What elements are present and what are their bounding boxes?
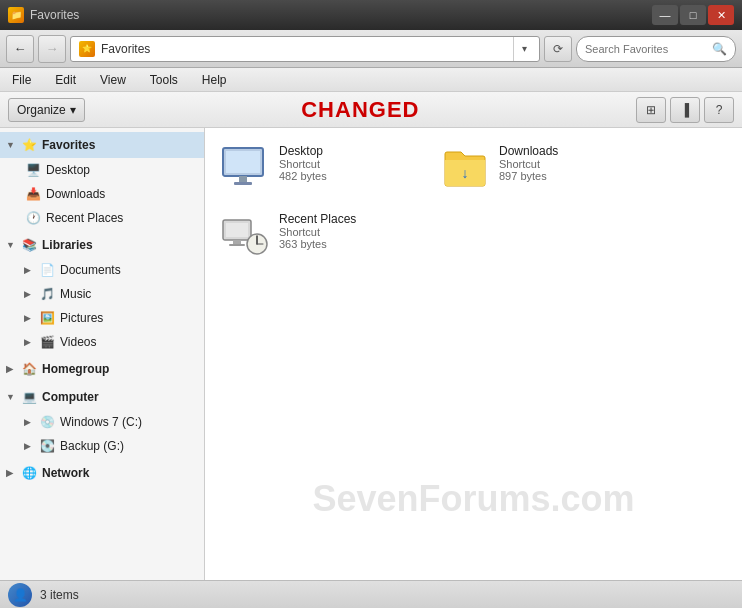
search-bar[interactable]: 🔍 <box>576 36 736 62</box>
user-avatar: 👤 <box>8 583 32 607</box>
nav-bar: ← → ⭐ Favorites ▾ ⟳ 🔍 <box>0 30 742 68</box>
window-controls: — □ ✕ <box>652 5 734 25</box>
homegroup-expand-icon: ▶ <box>6 364 16 374</box>
minimize-button[interactable]: — <box>652 5 678 25</box>
back-button[interactable]: ← <box>6 35 34 63</box>
sidebar-item-music[interactable]: ▶ 🎵 Music <box>18 282 204 306</box>
menu-bar: File Edit View Tools Help <box>0 68 742 92</box>
sidebar-item-videos[interactable]: ▶ 🎬 Videos <box>18 330 204 354</box>
status-bar: 👤 3 items <box>0 580 742 608</box>
network-expand-icon: ▶ <box>6 468 16 478</box>
downloads-file-info: Downloads Shortcut 897 bytes <box>499 144 645 182</box>
organize-button[interactable]: Organize ▾ <box>8 98 85 122</box>
sidebar-item-documents[interactable]: ▶ 📄 Documents <box>18 258 204 282</box>
menu-tools[interactable]: Tools <box>146 71 182 89</box>
sidebar-libraries-children: ▶ 📄 Documents ▶ 🎵 Music ▶ 🖼️ Pictures ▶ … <box>0 258 204 354</box>
file-item-desktop[interactable]: Desktop Shortcut 482 bytes <box>213 136 433 200</box>
network-icon: 🌐 <box>20 464 38 482</box>
desktop-large-icon <box>221 144 269 192</box>
sidebar-header-favorites[interactable]: ▼ ⭐ Favorites <box>0 132 204 158</box>
svg-text:↓: ↓ <box>462 165 469 181</box>
windows-drive-expand-icon: ▶ <box>24 417 34 427</box>
forward-button[interactable]: → <box>38 35 66 63</box>
view-mode-button[interactable]: ⊞ <box>636 97 666 123</box>
desktop-file-size: 482 bytes <box>279 170 425 182</box>
svg-rect-2 <box>239 176 247 182</box>
address-dropdown-arrow[interactable]: ▾ <box>513 37 531 61</box>
libraries-label: Libraries <box>42 238 93 252</box>
organize-arrow-icon: ▾ <box>70 103 76 117</box>
search-input[interactable] <box>585 43 708 55</box>
address-text: Favorites <box>101 42 507 56</box>
file-item-downloads[interactable]: ↓ Downloads Shortcut 897 bytes <box>433 136 653 200</box>
menu-file[interactable]: File <box>8 71 35 89</box>
help-button[interactable]: ? <box>704 97 734 123</box>
pane-button[interactable]: ▐ <box>670 97 700 123</box>
sidebar-header-network[interactable]: ▶ 🌐 Network <box>0 460 204 486</box>
desktop-file-type: Shortcut <box>279 158 425 170</box>
title-bar-text: Favorites <box>30 8 79 22</box>
svg-rect-6 <box>226 223 248 237</box>
pictures-expand-icon: ▶ <box>24 313 34 323</box>
computer-icon: 💻 <box>20 388 38 406</box>
sidebar-pictures-label: Pictures <box>60 311 103 325</box>
toolbar: Organize ▾ CHANGED ⊞ ▐ ? <box>0 92 742 128</box>
file-item-recent-places[interactable]: Recent Places Shortcut 363 bytes <box>213 204 433 268</box>
sidebar-header-computer[interactable]: ▼ 💻 Computer <box>0 384 204 410</box>
music-expand-icon: ▶ <box>24 289 34 299</box>
sidebar-section-libraries: ▼ 📚 Libraries ▶ 📄 Documents ▶ 🎵 Music ▶ … <box>0 232 204 354</box>
title-bar: 📁 Favorites — □ ✕ <box>0 0 742 30</box>
menu-help[interactable]: Help <box>198 71 231 89</box>
sidebar-item-recent-places[interactable]: 🕐 Recent Places <box>18 206 204 230</box>
recent-places-file-size: 363 bytes <box>279 238 425 250</box>
libraries-icon: 📚 <box>20 236 38 254</box>
downloads-large-icon: ↓ <box>441 144 489 192</box>
desktop-file-info: Desktop Shortcut 482 bytes <box>279 144 425 182</box>
content-area: Desktop Shortcut 482 bytes ↓ Downloads S… <box>205 128 742 580</box>
status-item-count: 3 items <box>40 588 79 602</box>
close-button[interactable]: ✕ <box>708 5 734 25</box>
sidebar-item-downloads[interactable]: 📥 Downloads <box>18 182 204 206</box>
sidebar: ▼ ⭐ Favorites 🖥️ Desktop 📥 Downloads 🕐 R… <box>0 128 205 580</box>
menu-view[interactable]: View <box>96 71 130 89</box>
downloads-file-type: Shortcut <box>499 158 645 170</box>
svg-rect-1 <box>226 151 260 173</box>
sidebar-section-network: ▶ 🌐 Network <box>0 460 204 486</box>
downloads-small-icon: 📥 <box>24 185 42 203</box>
computer-label: Computer <box>42 390 99 404</box>
sidebar-downloads-label: Downloads <box>46 187 105 201</box>
sidebar-favorites-children: 🖥️ Desktop 📥 Downloads 🕐 Recent Places <box>0 158 204 230</box>
sidebar-recent-places-label: Recent Places <box>46 211 123 225</box>
windows-drive-icon: 💿 <box>38 413 56 431</box>
svg-rect-7 <box>233 240 241 244</box>
sidebar-backup-drive-label: Backup (G:) <box>60 439 124 453</box>
menu-edit[interactable]: Edit <box>51 71 80 89</box>
svg-rect-3 <box>234 182 252 185</box>
sidebar-computer-children: ▶ 💿 Windows 7 (C:) ▶ 💽 Backup (G:) <box>0 410 204 458</box>
documents-icon: 📄 <box>38 261 56 279</box>
recent-places-file-name: Recent Places <box>279 212 425 226</box>
pictures-icon: 🖼️ <box>38 309 56 327</box>
computer-expand-icon: ▼ <box>6 392 16 402</box>
changed-label: CHANGED <box>85 97 636 123</box>
maximize-button[interactable]: □ <box>680 5 706 25</box>
sidebar-item-windows-drive[interactable]: ▶ 💿 Windows 7 (C:) <box>18 410 204 434</box>
favorites-label: Favorites <box>42 138 95 152</box>
sidebar-item-desktop[interactable]: 🖥️ Desktop <box>18 158 204 182</box>
sidebar-music-label: Music <box>60 287 91 301</box>
address-bar[interactable]: ⭐ Favorites ▾ <box>70 36 540 62</box>
sidebar-item-pictures[interactable]: ▶ 🖼️ Pictures <box>18 306 204 330</box>
homegroup-label: Homegroup <box>42 362 109 376</box>
sidebar-item-backup-drive[interactable]: ▶ 💽 Backup (G:) <box>18 434 204 458</box>
organize-label: Organize <box>17 103 66 117</box>
sidebar-header-homegroup[interactable]: ▶ 🏠 Homegroup <box>0 356 204 382</box>
libraries-expand-icon: ▼ <box>6 240 16 250</box>
sidebar-section-computer: ▼ 💻 Computer ▶ 💿 Windows 7 (C:) ▶ 💽 Back… <box>0 384 204 458</box>
refresh-button[interactable]: ⟳ <box>544 36 572 62</box>
sidebar-header-libraries[interactable]: ▼ 📚 Libraries <box>0 232 204 258</box>
desktop-small-icon: 🖥️ <box>24 161 42 179</box>
main-area: ▼ ⭐ Favorites 🖥️ Desktop 📥 Downloads 🕐 R… <box>0 128 742 580</box>
backup-drive-expand-icon: ▶ <box>24 441 34 451</box>
watermark: SevenForums.com <box>312 478 634 520</box>
sidebar-windows-drive-label: Windows 7 (C:) <box>60 415 142 429</box>
